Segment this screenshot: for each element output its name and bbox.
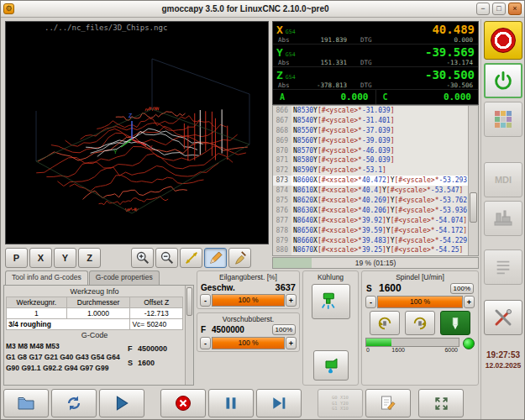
titlebar[interactable]: ⚙ gmoccapy 3.5.0 for LinuxCNC 2.10.0~pre… xyxy=(1,1,524,18)
gremlin-3d-preview[interactable]: Z X Y ../../nc_files/3D_Chips.ngc xyxy=(5,21,269,244)
gcode-line[interactable]: 876N8630X[#<xscale>*40.206]Y[#<yscale>*-… xyxy=(273,206,468,216)
draw-path-button[interactable] xyxy=(204,248,227,268)
gcode-line[interactable]: 869N8560Y[#<yscale>*-39.039] xyxy=(273,136,468,146)
tool-table-button[interactable] xyxy=(484,249,522,285)
scrollbar-thumb[interactable] xyxy=(470,192,477,223)
gcode-line[interactable]: 871N8580Y[#<yscale>*-50.039] xyxy=(273,155,468,165)
feed-override-reset-button[interactable]: 100% xyxy=(272,324,296,335)
tool-info-content: Werkzeug Info Werkzeugnr. Durchmesser Of… xyxy=(4,286,185,385)
gcode-line[interactable]: 879N8660X[#<xscale>*39.483]Y[#<yscale>*-… xyxy=(273,236,468,246)
velocity-label: Geschw. xyxy=(201,283,235,292)
gcode-line[interactable]: 873N8600X[#<xscale>*40.472]Y[#<yscale>*-… xyxy=(273,176,468,186)
pencil-icon xyxy=(208,250,223,265)
feed-override-frame: Vorschubüberst. F 4500000 100% - 100 % + xyxy=(197,312,300,352)
gcode-line[interactable]: 866N8530Y[#<yscale>*-31.039] xyxy=(273,106,468,116)
app-icon: ⚙ xyxy=(3,3,14,14)
view-y-button[interactable]: Y xyxy=(54,248,76,268)
abs-label: Abs xyxy=(278,36,291,44)
mdi-mode-button[interactable]: MDI xyxy=(484,162,522,197)
clear-plot-button[interactable] xyxy=(228,248,251,268)
main-toolbar: G0 X10 G1 Y20 G1 X10 xyxy=(3,388,479,418)
gcode-line-text: N8610X[#<xscale>*40.4]Y[#<yscale>*-53.54… xyxy=(291,186,463,196)
magnifier-plus-icon xyxy=(135,250,150,265)
gcode-line[interactable]: 870N8570Y[#<yscale>*-46.039] xyxy=(273,146,468,156)
gcode-line-text: N8590Y[#<yscale>*-53.1] xyxy=(291,165,386,176)
right-sidebar: MDI 19:27:53 12.02.2025 xyxy=(480,19,525,419)
mist-coolant-button[interactable] xyxy=(312,284,350,319)
spindle-override-reset-button[interactable]: 100% xyxy=(450,283,474,294)
spindle-right-button[interactable] xyxy=(405,311,435,335)
minimize-button[interactable]: − xyxy=(476,3,490,15)
rapid-override-minus-button[interactable]: - xyxy=(200,294,211,307)
dro-rotary-row: A 0.000 C 0.000 xyxy=(273,90,478,104)
fullscreen-button[interactable] xyxy=(418,389,464,417)
machine-view-button[interactable] xyxy=(484,201,522,236)
info-notebook: Tool info and G-codes G-code properties … xyxy=(3,270,194,386)
reload-file-button[interactable] xyxy=(51,389,97,417)
view-x-button[interactable]: X xyxy=(29,248,52,268)
spindle-panel: Spindel [U/min] S 1600 100% - 100 % + 0 xyxy=(361,270,479,386)
gcode-line[interactable]: 872N8590Y[#<yscale>*-53.1] xyxy=(273,165,468,176)
dro-axis-x[interactable]: XG5440.489Abs191.839DTG0.000 xyxy=(273,22,478,45)
feed-override-plus-button[interactable]: + xyxy=(286,337,297,349)
info-scrollbar[interactable] xyxy=(185,286,193,385)
dro-axis-a[interactable]: A 0.000 xyxy=(273,90,375,104)
close-button[interactable]: × xyxy=(508,3,522,15)
info-scrollbar-thumb[interactable] xyxy=(186,287,192,316)
run-program-button[interactable] xyxy=(99,389,144,417)
dro-axis-z[interactable]: ZG54-30.500Abs-378.813DTG-30.506 xyxy=(273,67,478,90)
feed-override-minus-button[interactable]: - xyxy=(200,337,211,349)
gcode-line[interactable]: 878N8650X[#<xscale>*39.59]Y[#<yscale>*-5… xyxy=(273,226,468,236)
gcode-line[interactable]: 874N8610X[#<xscale>*40.4]Y[#<yscale>*-53… xyxy=(273,186,468,196)
zoom-out-button[interactable] xyxy=(155,248,178,268)
gcode-line-text: N8620X[#<xscale>*40.269]Y[#<yscale>*-53.… xyxy=(291,196,468,206)
spindle-override-trough[interactable]: 100 % xyxy=(377,296,463,308)
gcode-line-number: 878 xyxy=(273,226,291,236)
dimensions-button[interactable] xyxy=(180,248,202,268)
gcode-line[interactable]: 867N8540Y[#<yscale>*-31.401] xyxy=(273,116,468,126)
axis-letter: X xyxy=(276,24,283,36)
view-z-button[interactable]: Z xyxy=(78,248,101,268)
settings-page-button[interactable] xyxy=(484,102,522,137)
spindle-override-minus-button[interactable]: - xyxy=(365,296,376,308)
step-program-button[interactable] xyxy=(256,389,302,417)
abs-value: 191.839 xyxy=(293,36,347,44)
tab-gcode-properties[interactable]: G-code properties xyxy=(89,270,160,285)
gcode-line[interactable]: 868N8550Y[#<yscale>*-37.039] xyxy=(273,126,468,136)
zoom-in-button[interactable] xyxy=(131,248,154,268)
stop-program-button[interactable] xyxy=(160,389,206,417)
tool-settings-button[interactable] xyxy=(484,300,522,335)
gcode-line[interactable]: 875N8620X[#<xscale>*40.269]Y[#<yscale>*-… xyxy=(273,196,468,206)
feed-override-trough[interactable]: 100 % xyxy=(212,337,285,349)
run-progress-bar: 19 % (01:15) xyxy=(272,257,479,269)
tool-info-title: Werkzeug Info xyxy=(6,286,183,297)
power-icon xyxy=(493,71,513,91)
gcode-line[interactable]: 880N8670X[#<xscale>*39.25]Y[#<yscale>*-5… xyxy=(273,245,468,255)
flood-coolant-button[interactable] xyxy=(313,350,349,381)
spindle-override-plus-button[interactable]: + xyxy=(464,296,475,308)
machine-limits-edges xyxy=(36,59,249,161)
gcode-scrollbar[interactable] xyxy=(468,106,478,255)
estop-button[interactable] xyxy=(484,21,522,60)
spindle-stop-button[interactable] xyxy=(440,311,470,335)
edit-gcode-button[interactable] xyxy=(365,389,411,417)
spindle-left-button[interactable] xyxy=(370,311,400,335)
view-p-button[interactable]: P xyxy=(5,248,28,268)
run-from-line-button[interactable]: G0 X10 G1 Y20 G1 X10 xyxy=(318,389,363,417)
gcode-line[interactable]: 877N8640X[#<xscale>*39.92]Y[#<yscale>*-5… xyxy=(273,216,468,226)
toolpath-mesh xyxy=(36,107,248,212)
tool-info-tab-body: Werkzeug Info Werkzeugnr. Durchmesser Of… xyxy=(3,285,194,386)
speed-label: S xyxy=(128,356,138,370)
dro-axis-y[interactable]: YG54-39.569Abs151.331DTG-13.174 xyxy=(273,45,478,67)
tab-tool-info[interactable]: Tool info and G-codes xyxy=(5,270,88,285)
pause-program-button[interactable] xyxy=(208,389,254,417)
stop-icon xyxy=(175,395,192,412)
maximize-button[interactable]: □ xyxy=(492,3,506,15)
rapid-override-trough[interactable]: 100 % xyxy=(212,294,285,307)
dro-axis-c[interactable]: C 0.000 xyxy=(375,90,479,104)
machine-on-button[interactable] xyxy=(484,63,522,98)
feed-label: F xyxy=(128,342,138,356)
open-file-button[interactable] xyxy=(3,389,49,417)
rapid-override-plus-button[interactable]: + xyxy=(286,294,297,307)
run-from-line-icon: G0 X10 G1 Y20 G1 X10 xyxy=(332,395,349,412)
